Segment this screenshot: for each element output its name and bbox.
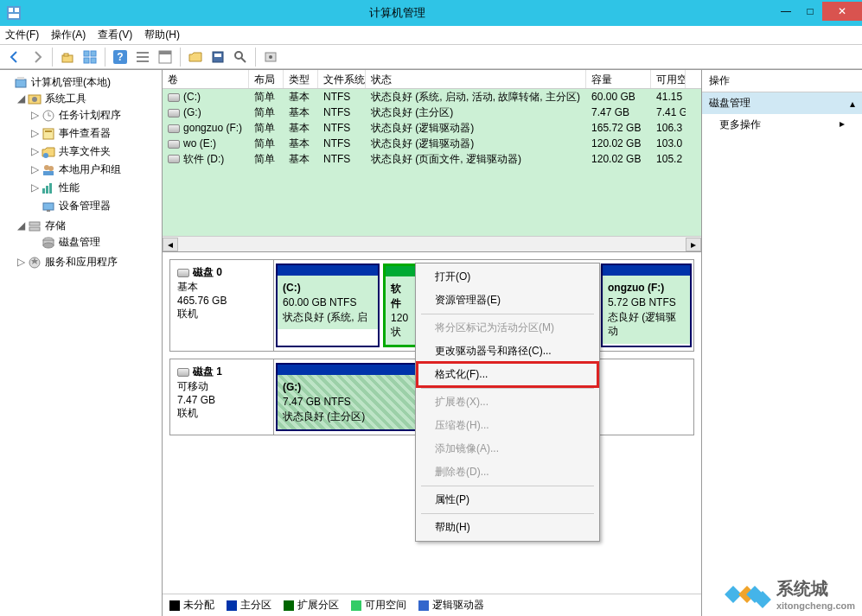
svg-rect-7 [91,51,96,56]
svg-point-26 [32,97,37,102]
scroll-right-icon[interactable]: ▸ [686,238,701,251]
part-size: 120 [391,312,408,324]
part-label: (C:) [283,282,301,294]
legend-free-sw [351,600,361,611]
tree-device-manager[interactable]: ▷设备管理器 [31,197,160,215]
menu-change-letter[interactable]: 更改驱动器号和路径(C)... [418,340,597,363]
disk-icon [177,368,189,377]
tree-label: 磁盘管理 [59,236,100,248]
part-label: 软件 [391,283,401,309]
tree-performance[interactable]: ▷性能 [31,179,160,197]
svg-rect-3 [9,14,19,18]
menu-action[interactable]: 操作(A) [51,28,86,42]
menu-mark-active: 将分区标记为活动分区(M) [418,316,597,340]
part-status: 状态良好 (系统, 启 [283,311,367,323]
tree-task-scheduler[interactable]: ▷任务计划程序 [31,106,160,124]
find-icon[interactable] [231,48,250,67]
menu-open[interactable]: 打开(O) [418,265,597,289]
tree-shared-folders[interactable]: ▷共享文件夹 [31,143,160,161]
minimize-button[interactable]: — [774,2,798,21]
list-view-button[interactable] [133,48,152,67]
menubar: 文件(F) 操作(A) 查看(V) 帮助(H) [0,26,862,45]
actions-section[interactable]: 磁盘管理▴ [702,92,862,114]
actions-more-label: 更多操作 [719,117,761,132]
col-filesystem[interactable]: 文件系统 [318,70,366,88]
partition-f[interactable]: ongzuo (F:)5.72 GB NTFS态良好 (逻辑驱动 [601,264,692,347]
tree-root[interactable]: ▸计算机管理(本地) ◢系统工具 ▷任务计划程序 ▷事件查看器 ▷共享文件夹 ▷… [3,73,160,273]
svg-rect-12 [137,52,149,54]
back-button[interactable] [5,48,24,67]
save-icon[interactable] [208,48,227,67]
menu-explorer[interactable]: 资源管理器(E) [418,289,597,312]
col-status[interactable]: 状态 [366,70,586,88]
menu-file[interactable]: 文件(F) [5,28,39,42]
tree-disk-management[interactable]: ▷磁盘管理 [31,233,160,251]
tree-storage[interactable]: ◢存储 ▷磁盘管理 [17,217,160,253]
disk-0-info[interactable]: 磁盘 0 基本 465.76 GB 联机 [170,260,274,351]
menu-separator [421,513,594,514]
help-button[interactable]: ? [111,48,130,67]
legend: 未分配 主分区 扩展分区 可用空间 逻辑驱动器 [163,594,701,616]
legend-logical-sw [418,600,429,611]
svg-rect-13 [137,56,149,58]
volume-row[interactable]: 软件 (D:)简单基本NTFS状态良好 (页面文件, 逻辑驱动器)120.02 … [163,151,701,167]
menu-separator [421,388,594,389]
tree-system-tools[interactable]: ◢系统工具 ▷任务计划程序 ▷事件查看器 ▷共享文件夹 ▷本地用户和组 ▷性能 … [17,90,160,217]
disk-capacity: 465.76 GB [177,295,227,307]
open-folder-icon[interactable] [186,48,205,67]
volume-row[interactable]: (C:)简单基本NTFS状态良好 (系统, 启动, 活动, 故障转储, 主分区)… [163,89,701,105]
actions-more[interactable]: 更多操作▸ [702,114,862,136]
partition-d-selected[interactable]: 软件120状 [383,264,418,347]
svg-rect-18 [214,54,221,57]
volume-row[interactable]: wo (E:)简单基本NTFS状态良好 (逻辑驱动器)120.02 GB103.… [163,136,701,151]
col-free[interactable]: 可用空 [651,70,686,88]
menu-properties[interactable]: 属性(P) [418,488,597,511]
part-label: ongzuo (F:) [608,282,664,294]
volume-row[interactable]: gongzuo (F:)简单基本NTFS状态良好 (逻辑驱动器)165.72 G… [163,120,701,136]
actions-section-label: 磁盘管理 [709,96,750,111]
tree-label: 设备管理器 [59,200,111,212]
menu-view[interactable]: 查看(V) [98,28,132,42]
app-icon [7,6,21,20]
views-button[interactable] [80,48,99,67]
menu-help[interactable]: 帮助(H) [418,516,597,539]
legend-label: 主分区 [240,599,271,611]
tree-local-users[interactable]: ▷本地用户和组 [31,161,160,179]
partition-c[interactable]: (C:)60.00 GB NTFS状态良好 (系统, 启 [276,264,380,347]
svg-point-45 [43,243,54,248]
tree-event-viewer[interactable]: ▷事件查看器 [31,124,160,143]
forward-button[interactable] [28,48,47,67]
svg-rect-38 [49,183,52,194]
volume-row[interactable]: (G:)简单基本NTFS状态良好 (主分区)7.47 GB7.41 G [163,105,701,120]
svg-rect-5 [64,54,68,56]
detail-view-button[interactable] [156,48,175,67]
col-type[interactable]: 类型 [284,70,318,88]
scroll-left-icon[interactable]: ◂ [163,238,178,251]
disk-1-info[interactable]: 磁盘 1 可移动 7.47 GB 联机 [170,359,274,434]
col-layout[interactable]: 布局 [249,70,284,88]
legend-label: 逻辑驱动器 [432,599,484,611]
menu-extend: 扩展卷(X)... [418,391,597,414]
watermark-text: 系统城 [776,577,855,600]
disk-icon [177,269,189,277]
close-button[interactable]: ✕ [822,2,862,21]
menu-help[interactable]: 帮助(H) [144,28,180,42]
chevron-right-icon: ▸ [840,117,845,132]
part-status: 态良好 (逻辑驱动 [608,311,676,338]
part-size: 5.72 GB NTFS [608,296,676,308]
col-volume[interactable]: 卷 [163,70,249,88]
disk-capacity: 7.47 GB [177,394,215,406]
up-button[interactable] [58,48,77,67]
tree-label: 事件查看器 [59,127,111,139]
tree-label: 系统工具 [45,92,86,105]
part-size: 60.00 GB NTFS [283,296,356,308]
menu-format[interactable]: 格式化(F)... [418,363,597,386]
col-capacity[interactable]: 容量 [586,70,651,88]
volume-hscroll[interactable]: ◂ ▸ [163,236,701,251]
legend-primary-sw [227,600,237,611]
maximize-button[interactable]: □ [798,2,822,21]
toolbar-separator [180,48,181,67]
settings-icon[interactable] [261,48,280,67]
volume-table-body: (C:)简单基本NTFS状态良好 (系统, 启动, 活动, 故障转储, 主分区)… [163,89,701,236]
tree-services[interactable]: ▷服务和应用程序 [17,253,160,271]
